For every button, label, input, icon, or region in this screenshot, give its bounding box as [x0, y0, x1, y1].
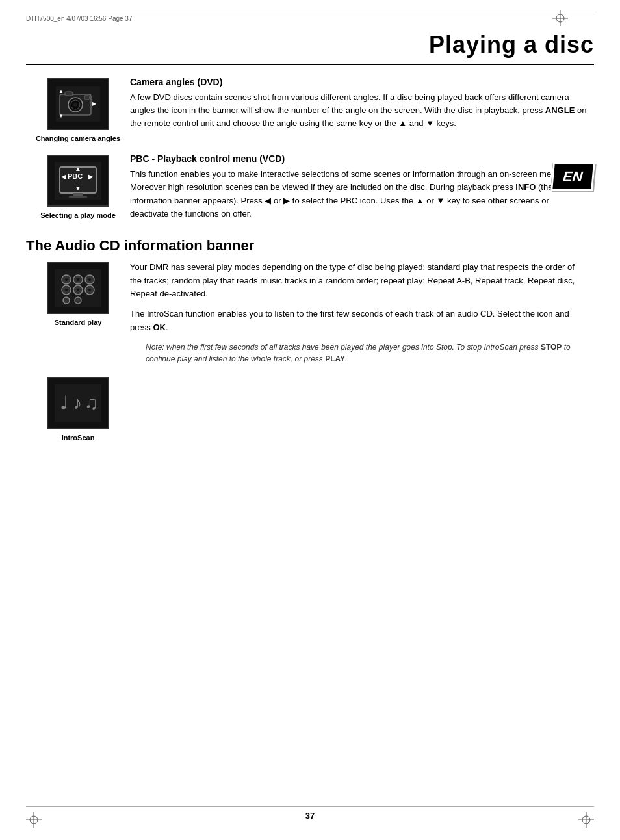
- camera-angles-heading: Camera angles (DVD): [130, 77, 588, 87]
- svg-point-7: [73, 103, 77, 107]
- bottom-bar: 37: [26, 806, 594, 820]
- audio-cd-text-col: Your DMR has several play modes dependin…: [130, 261, 594, 365]
- svg-point-30: [75, 297, 81, 304]
- camera-angles-icon-box: ▲ ▼ ▶: [47, 78, 109, 130]
- standard-play-label: Standard play: [55, 318, 102, 327]
- introscan-label: IntroScan: [62, 433, 95, 442]
- pbc-heading: PBC - Playback control menu (VCD): [130, 153, 588, 164]
- svg-point-36: [88, 289, 91, 291]
- camera-angles-label: Changing camera angles: [36, 134, 120, 143]
- content-area: ▲ ▼ ▶ Changing camera angles Camera angl…: [26, 77, 594, 459]
- bottom-crosshair-left: [26, 812, 42, 830]
- svg-point-35: [77, 289, 79, 291]
- svg-text:♪: ♪: [73, 393, 82, 413]
- camera-icon: ▲ ▼ ▶: [55, 85, 101, 123]
- svg-text:▼: ▼: [58, 113, 64, 119]
- page-title: Playing a disc: [26, 31, 594, 59]
- top-crosshair: [552, 10, 568, 27]
- svg-point-29: [63, 297, 70, 304]
- bottom-crosshair-right: [578, 812, 594, 830]
- top-margin-text: DTH7500_en 4/07/03 16:56 Page 37: [26, 15, 132, 22]
- pbc-body: This function enables you to make intera…: [130, 168, 588, 220]
- standard-play-icon-col: Standard play: [26, 261, 130, 365]
- pbc-text-col: PBC - Playback control menu (VCD) This f…: [130, 153, 594, 220]
- introscan-text-col: [130, 376, 594, 442]
- audio-cd-section: The Audio CD information banner: [26, 237, 594, 453]
- page-number: 37: [305, 811, 315, 820]
- svg-point-31: [65, 278, 68, 281]
- svg-text:▶: ▶: [88, 173, 94, 180]
- introscan-icon-box: ♩ ♪ ♫: [47, 377, 109, 429]
- introscan-icon-col: ♩ ♪ ♫ IntroScan: [26, 376, 130, 442]
- svg-text:◀: ◀: [61, 173, 66, 180]
- svg-rect-8: [84, 96, 90, 99]
- camera-angles-text-col: Camera angles (DVD) A few DVD discs cont…: [130, 77, 594, 130]
- svg-point-32: [77, 278, 79, 281]
- svg-rect-21: [69, 196, 87, 198]
- audio-cd-note: Note: when the first few seconds of all …: [146, 341, 588, 365]
- top-margin: DTH7500_en 4/07/03 16:56 Page 37: [26, 12, 594, 25]
- svg-rect-20: [73, 193, 83, 196]
- page: DTH7500_en 4/07/03 16:56 Page 37 Playing…: [0, 0, 620, 840]
- pbc-icon-col: PBC ◀ ▶ ▲ ▼ Selecting a play mode: [26, 153, 130, 220]
- svg-text:♩: ♩: [60, 393, 68, 413]
- standard-play-icon: [55, 269, 101, 307]
- standard-play-row: Standard play Your DMR has several play …: [26, 261, 594, 365]
- svg-text:PBC: PBC: [68, 172, 83, 180]
- en-badge: EN: [551, 163, 595, 191]
- svg-text:▶: ▶: [92, 101, 97, 107]
- audio-cd-heading: The Audio CD information banner: [26, 237, 594, 254]
- introscan-row: ♩ ♪ ♫ IntroScan: [26, 376, 594, 442]
- standard-play-icon-box: [47, 262, 109, 314]
- svg-text:▲: ▲: [75, 165, 81, 172]
- camera-angles-body: A few DVD discs contain scenes shot from…: [130, 91, 588, 130]
- pbc-section: PBC ◀ ▶ ▲ ▼ Selecting a play mode PBC - …: [26, 153, 594, 220]
- svg-text:▲: ▲: [58, 88, 64, 94]
- pbc-label: Selecting a play mode: [40, 211, 116, 220]
- audio-cd-body1: Your DMR has several play modes dependin…: [130, 261, 588, 301]
- camera-angles-icon-col: ▲ ▼ ▶ Changing camera angles: [26, 77, 130, 143]
- pbc-icon-box: PBC ◀ ▶ ▲ ▼: [47, 155, 109, 207]
- camera-angles-section: ▲ ▼ ▶ Changing camera angles Camera angl…: [26, 77, 594, 143]
- pbc-icon: PBC ◀ ▶ ▲ ▼: [55, 162, 101, 200]
- svg-text:♫: ♫: [84, 393, 98, 413]
- svg-point-33: [88, 278, 91, 281]
- svg-rect-9: [65, 92, 73, 96]
- svg-text:▼: ▼: [75, 185, 81, 192]
- introscan-icon: ♩ ♪ ♫: [55, 384, 101, 422]
- audio-cd-body2: The IntroScan function enables you to li…: [130, 308, 588, 335]
- page-title-area: Playing a disc: [26, 25, 594, 65]
- svg-point-34: [65, 289, 68, 291]
